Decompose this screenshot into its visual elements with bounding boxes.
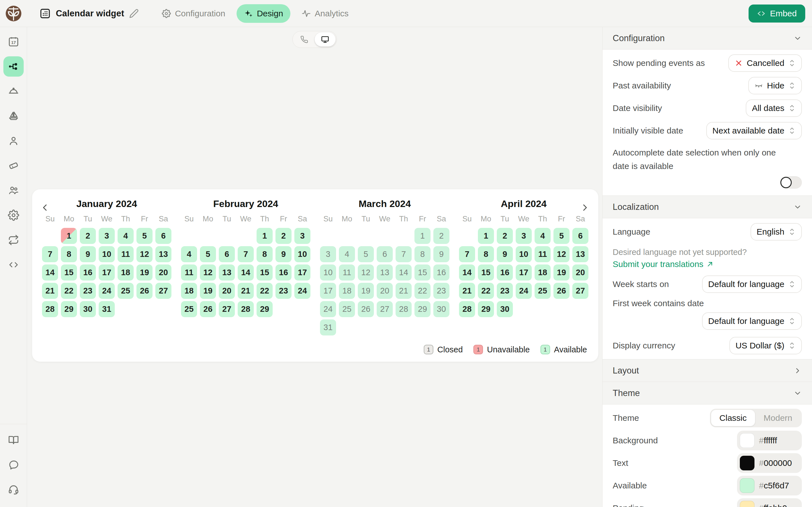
day-cell[interactable]: 12 <box>553 246 569 262</box>
day-cell[interactable]: 19 <box>553 265 569 281</box>
day-cell[interactable]: 18 <box>117 265 134 281</box>
sidebar-item-feedback[interactable] <box>3 455 24 475</box>
day-cell[interactable]: 14 <box>238 265 254 281</box>
day-cell[interactable]: 27 <box>219 301 235 317</box>
sidebar-item-services[interactable] <box>3 81 24 101</box>
theme-option-classic[interactable]: Classic <box>711 410 755 426</box>
day-cell[interactable]: 19 <box>137 265 153 281</box>
day-cell[interactable]: 25 <box>535 283 551 299</box>
day-cell[interactable]: 29 <box>257 301 273 317</box>
day-cell[interactable]: 13 <box>572 246 589 262</box>
day-cell[interactable]: 23 <box>80 283 96 299</box>
day-cell[interactable]: 3 <box>516 228 532 244</box>
day-cell[interactable]: 13 <box>219 265 235 281</box>
day-cell[interactable]: 5 <box>200 246 216 262</box>
sidebar-item-settings[interactable] <box>3 205 24 225</box>
day-cell[interactable]: 28 <box>396 301 412 317</box>
day-cell[interactable]: 15 <box>478 265 494 281</box>
day-cell[interactable]: 25 <box>181 301 197 317</box>
day-cell[interactable]: 7 <box>459 246 475 262</box>
day-cell[interactable]: 13 <box>377 265 393 281</box>
day-cell[interactable]: 18 <box>181 283 197 299</box>
day-cell[interactable]: 26 <box>358 301 374 317</box>
day-cell[interactable]: 4 <box>339 246 355 262</box>
day-cell[interactable]: 31 <box>320 320 336 335</box>
sidebar-item-resources[interactable] <box>3 106 24 126</box>
day-cell[interactable]: 19 <box>358 283 374 299</box>
day-cell[interactable]: 23 <box>275 283 292 299</box>
day-cell[interactable]: 14 <box>42 265 58 281</box>
day-cell[interactable]: 20 <box>219 283 235 299</box>
sidebar-item-recurring[interactable] <box>3 230 24 250</box>
pending-events-select[interactable]: Cancelled <box>728 54 802 72</box>
day-cell[interactable]: 30 <box>80 301 96 317</box>
display-currency-select[interactable]: US Dollar ($) <box>729 337 802 354</box>
day-cell[interactable]: 25 <box>117 283 134 299</box>
day-cell[interactable]: 8 <box>257 246 273 262</box>
day-cell[interactable]: 15 <box>61 265 77 281</box>
day-cell[interactable]: 20 <box>377 283 393 299</box>
day-cell[interactable]: 3 <box>99 228 115 244</box>
day-cell[interactable]: 2 <box>434 228 449 244</box>
sidebar-item-team[interactable] <box>3 180 24 201</box>
day-cell[interactable]: 1 <box>478 228 494 244</box>
day-cell[interactable]: 15 <box>414 265 430 281</box>
day-cell[interactable]: 7 <box>396 246 412 262</box>
day-cell[interactable]: 22 <box>257 283 273 299</box>
submit-translations-link[interactable]: Submit your translations <box>613 258 802 273</box>
day-cell[interactable]: 1 <box>61 228 77 244</box>
day-cell[interactable]: 26 <box>553 283 569 299</box>
available-color-input[interactable]: #c5f6d7 <box>737 476 802 496</box>
day-cell[interactable]: 4 <box>535 228 551 244</box>
day-cell[interactable]: 27 <box>155 283 171 299</box>
day-cell[interactable]: 17 <box>516 265 532 281</box>
day-cell[interactable]: 27 <box>572 283 589 299</box>
day-cell[interactable]: 21 <box>42 283 58 299</box>
day-cell[interactable]: 10 <box>294 246 310 262</box>
section-theme-header[interactable]: Theme <box>603 382 812 404</box>
day-cell[interactable]: 10 <box>320 265 336 281</box>
calendar-next-button[interactable] <box>580 202 591 214</box>
day-cell[interactable]: 26 <box>200 301 216 317</box>
day-cell[interactable]: 6 <box>219 246 235 262</box>
day-cell[interactable]: 4 <box>117 228 134 244</box>
sidebar-item-support[interactable] <box>3 480 24 500</box>
day-cell[interactable]: 23 <box>497 283 513 299</box>
day-cell[interactable]: 24 <box>516 283 532 299</box>
day-cell[interactable]: 14 <box>459 265 475 281</box>
day-cell[interactable]: 29 <box>61 301 77 317</box>
week-starts-select[interactable]: Default for language <box>702 276 802 293</box>
section-layout-header[interactable]: Layout <box>603 359 812 382</box>
text-color-input[interactable]: #000000 <box>737 453 802 473</box>
sidebar-item-docs[interactable] <box>3 430 24 450</box>
day-cell[interactable]: 5 <box>358 246 374 262</box>
first-week-select[interactable]: Default for language <box>702 313 802 330</box>
day-cell[interactable]: 12 <box>137 246 153 262</box>
day-cell[interactable]: 20 <box>155 265 171 281</box>
section-localization-header[interactable]: Localization <box>603 196 812 218</box>
day-cell[interactable]: 6 <box>377 246 393 262</box>
sidebar-item-customers[interactable] <box>3 131 24 151</box>
day-cell[interactable]: 11 <box>181 265 197 281</box>
day-cell[interactable]: 30 <box>497 301 513 317</box>
day-cell[interactable]: 6 <box>155 228 171 244</box>
day-cell[interactable]: 9 <box>275 246 292 262</box>
day-cell[interactable]: 12 <box>358 265 374 281</box>
day-cell[interactable]: 16 <box>497 265 513 281</box>
sidebar-item-tickets[interactable] <box>3 156 24 176</box>
pending-color-input[interactable]: #ffebb0 <box>737 498 802 507</box>
day-cell[interactable]: 16 <box>275 265 292 281</box>
day-cell[interactable]: 6 <box>572 228 589 244</box>
day-cell[interactable]: 23 <box>434 283 449 299</box>
day-cell[interactable]: 14 <box>396 265 412 281</box>
tab-design[interactable]: Design <box>237 4 290 23</box>
app-logo[interactable] <box>0 4 27 22</box>
day-cell[interactable]: 5 <box>137 228 153 244</box>
day-cell[interactable]: 21 <box>396 283 412 299</box>
day-cell[interactable]: 9 <box>434 246 449 262</box>
day-cell[interactable]: 12 <box>200 265 216 281</box>
day-cell[interactable]: 8 <box>61 246 77 262</box>
day-cell[interactable]: 17 <box>99 265 115 281</box>
day-cell[interactable]: 21 <box>459 283 475 299</box>
theme-option-modern[interactable]: Modern <box>755 410 801 426</box>
